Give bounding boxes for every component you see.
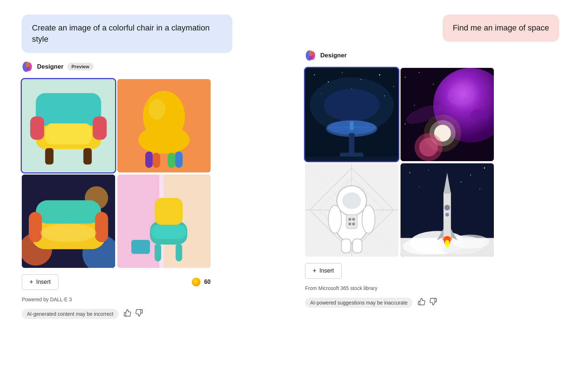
svg-rect-95 xyxy=(353,239,362,253)
space-image-2[interactable] xyxy=(401,68,494,161)
svg-point-103 xyxy=(479,188,480,189)
designer-name-right: Designer xyxy=(320,52,347,59)
svg-rect-26 xyxy=(95,212,108,242)
user-message-text-left: Create an image of a colorful chair in a… xyxy=(32,23,210,44)
svg-point-98 xyxy=(409,172,410,173)
svg-point-104 xyxy=(461,181,462,183)
space-image-3[interactable] xyxy=(305,163,398,257)
powered-by: Powered by DALL·E 3 xyxy=(22,297,276,302)
space-image-4[interactable] xyxy=(401,163,494,257)
svg-point-41 xyxy=(314,74,315,75)
svg-rect-36 xyxy=(176,244,182,261)
svg-rect-14 xyxy=(145,151,153,168)
feedback-icons-left xyxy=(123,309,143,319)
svg-rect-94 xyxy=(341,239,351,253)
disclaimer-badge-right: AI-powered suggestions may be inaccurate xyxy=(305,298,413,308)
svg-point-65 xyxy=(414,105,415,106)
left-column: Create an image of a colorful chair in a… xyxy=(22,15,276,319)
svg-point-62 xyxy=(405,77,406,78)
user-message-right: Find me an image of space xyxy=(443,15,559,42)
right-column: Find me an image of space Designer xyxy=(305,15,559,319)
svg-rect-33 xyxy=(155,198,183,225)
svg-rect-24 xyxy=(36,200,101,223)
chair-image-1[interactable] xyxy=(22,79,115,172)
svg-point-117 xyxy=(444,205,450,210)
thumbs-down-button-left[interactable] xyxy=(135,309,143,319)
credits-count: 60 xyxy=(204,279,211,285)
chair-image-4[interactable] xyxy=(117,175,211,268)
svg-rect-9 xyxy=(45,148,53,164)
svg-point-46 xyxy=(393,86,394,87)
preview-badge: Preview xyxy=(67,63,94,70)
svg-point-39 xyxy=(309,50,313,56)
svg-point-88 xyxy=(362,205,375,233)
insert-label-left: Insert xyxy=(36,279,51,285)
svg-point-64 xyxy=(433,83,434,85)
svg-rect-29 xyxy=(117,175,159,268)
svg-rect-15 xyxy=(175,151,183,168)
svg-point-91 xyxy=(352,218,355,221)
plus-icon-right: + xyxy=(313,267,317,275)
svg-point-70 xyxy=(471,109,489,120)
feedback-icons-right xyxy=(418,298,437,307)
svg-point-99 xyxy=(428,170,429,171)
insert-row-right: + Insert xyxy=(305,263,494,279)
svg-point-13 xyxy=(143,91,185,142)
designer-row-right: Designer xyxy=(305,50,559,61)
svg-point-86 xyxy=(342,192,361,209)
svg-rect-25 xyxy=(29,212,42,242)
designer-name-left: Designer xyxy=(37,63,64,70)
plus-icon-left: + xyxy=(29,278,33,286)
svg-point-90 xyxy=(349,218,352,221)
svg-point-43 xyxy=(342,72,343,73)
main-container: Create an image of a colorful chair in a… xyxy=(22,15,559,319)
svg-point-87 xyxy=(328,205,341,233)
coin-icon: ⚡ xyxy=(192,278,200,286)
svg-point-66 xyxy=(405,123,406,124)
insert-button-left[interactable]: + Insert xyxy=(22,274,58,290)
svg-point-92 xyxy=(349,222,352,225)
svg-rect-6 xyxy=(30,116,44,139)
chair-image-3[interactable] xyxy=(22,175,115,268)
svg-point-100 xyxy=(470,175,471,176)
svg-rect-5 xyxy=(36,93,101,126)
svg-point-75 xyxy=(419,138,438,156)
svg-rect-60 xyxy=(305,156,398,161)
svg-point-93 xyxy=(352,222,355,225)
svg-rect-59 xyxy=(350,122,353,130)
svg-rect-17 xyxy=(168,153,175,168)
svg-point-108 xyxy=(403,238,445,254)
svg-rect-7 xyxy=(93,116,107,139)
insert-label-right: Insert xyxy=(320,268,334,274)
designer-logo-left xyxy=(22,61,33,73)
svg-point-63 xyxy=(419,72,419,73)
disclaimer-badge-left: AI-generated content may be incorrect xyxy=(22,309,118,319)
svg-point-118 xyxy=(445,213,449,216)
svg-rect-16 xyxy=(153,153,161,168)
svg-point-116 xyxy=(445,240,450,248)
thumbs-up-button-right[interactable] xyxy=(418,298,426,307)
insert-credits-row: + Insert ⚡ 60 xyxy=(22,274,211,290)
svg-rect-89 xyxy=(346,215,357,229)
insert-button-right[interactable]: + Insert xyxy=(305,263,342,279)
svg-rect-8 xyxy=(45,123,92,144)
disclaimer-row-left: AI-generated content may be incorrect xyxy=(22,309,276,319)
svg-point-109 xyxy=(452,234,489,249)
svg-rect-57 xyxy=(349,133,354,154)
svg-point-2 xyxy=(25,62,30,68)
user-message-text-right: Find me an image of space xyxy=(453,23,549,32)
space-image-1[interactable] xyxy=(305,68,398,161)
svg-rect-35 xyxy=(155,244,161,261)
chair-image-2[interactable] xyxy=(117,79,211,172)
credits-row: ⚡ 60 xyxy=(192,278,211,286)
chair-image-grid xyxy=(22,79,211,268)
svg-point-27 xyxy=(40,224,96,242)
svg-point-45 xyxy=(379,74,380,75)
svg-point-101 xyxy=(484,167,485,168)
svg-point-102 xyxy=(419,186,419,187)
svg-rect-10 xyxy=(84,148,92,164)
thumbs-up-button-left[interactable] xyxy=(123,309,131,319)
svg-point-18 xyxy=(149,99,165,120)
thumbs-down-button-right[interactable] xyxy=(429,298,437,307)
space-image-grid xyxy=(305,68,494,257)
